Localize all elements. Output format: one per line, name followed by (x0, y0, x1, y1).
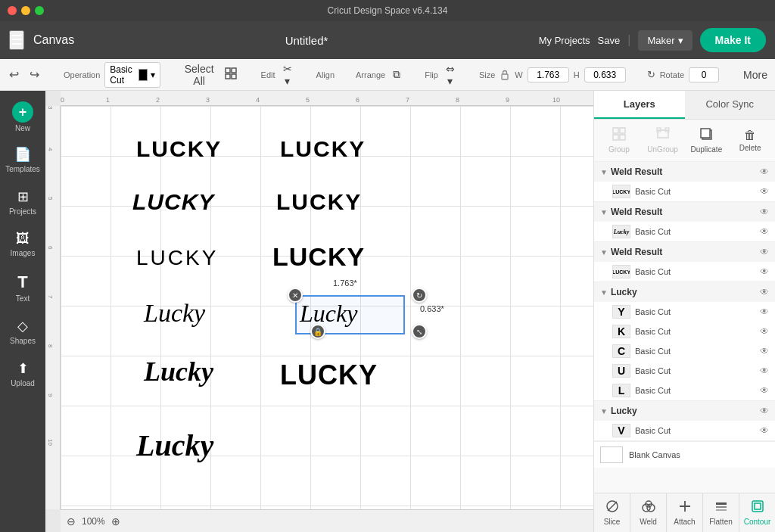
eye-icon-weld-3[interactable]: 👁 (760, 247, 769, 257)
sidebar-item-projects[interactable]: ⊞ Projects (0, 182, 45, 222)
lucky-group-label: Lucky (611, 287, 757, 297)
eye-icon-Y[interactable]: 👁 (760, 306, 769, 317)
canvas-label: Canvas (33, 33, 74, 47)
my-projects-button[interactable]: My Projects (539, 35, 590, 46)
canvas-grid[interactable]: LUCKY LUCKY LUCKY LUCKY LUCKY LUCKY Luck… (61, 106, 593, 509)
lucky-text-7[interactable]: LUCKY (280, 359, 378, 391)
maker-button[interactable]: Maker ▾ (638, 30, 692, 51)
sidebar-item-upload[interactable]: ⬆ Upload (0, 354, 45, 394)
eye-icon-weld-1[interactable]: 👁 (760, 166, 769, 177)
undo-button[interactable]: ↩ (6, 66, 22, 83)
layer-item-K[interactable]: K Basic Cut 👁 (594, 322, 775, 341)
left-sidebar: + New 📄 Templates ⊞ Projects 🖼 Images T … (0, 91, 45, 532)
layer-item-L[interactable]: L Basic Cut 👁 (594, 381, 775, 400)
lucky-script-3[interactable]: Lucky (136, 428, 213, 463)
layer-group-header-weld-1[interactable]: ▼ Weld Result 👁 (594, 162, 775, 182)
lucky-text-5[interactable]: LUCKY (136, 246, 218, 270)
lock-icon[interactable] (500, 70, 510, 80)
make-it-button[interactable]: Make It (700, 28, 766, 52)
layer-group-header-lucky-2[interactable]: ▼ Lucky 👁 (594, 401, 775, 421)
duplicate-button[interactable]: Duplicate (686, 124, 727, 157)
layer-group-header-weld-2[interactable]: ▼ Weld Result 👁 (594, 202, 775, 222)
maximize-button[interactable] (35, 6, 44, 15)
layer-group-header-lucky[interactable]: ▼ Lucky 👁 (594, 282, 775, 302)
lucky-text-6[interactable]: LUCKY (272, 242, 365, 272)
layer-item-C[interactable]: C Basic Cut 👁 (594, 341, 775, 361)
eye-icon-L[interactable]: 👁 (760, 385, 769, 396)
lucky-script-1[interactable]: Lucky (144, 299, 205, 328)
layer-thumb-weld-3: LUCKY (612, 265, 630, 278)
layer-group-header-weld-3[interactable]: ▼ Weld Result 👁 (594, 242, 775, 262)
delete-button[interactable]: 🗑 Delete (730, 126, 770, 155)
layer-item-weld-1[interactable]: LUCKY Basic Cut 👁 (594, 182, 775, 201)
flatten-button[interactable]: Flatten (703, 493, 739, 532)
lock-handle[interactable]: 🔒 (310, 324, 325, 339)
edit-button[interactable]: ✂ ▾ (280, 61, 295, 89)
lucky-text-1[interactable]: LUCKY (136, 136, 222, 162)
close-button[interactable] (8, 6, 17, 15)
selected-lucky-text[interactable]: Lucky (300, 300, 357, 328)
traffic-lights (8, 6, 44, 15)
eye-icon-K[interactable]: 👁 (760, 326, 769, 337)
sidebar-item-shapes[interactable]: ◇ Shapes (0, 312, 45, 351)
eye-icon-item-weld-1[interactable]: 👁 (760, 186, 769, 197)
lucky-script-2[interactable]: Lucky (144, 356, 213, 387)
canvas-area[interactable]: 0 1 2 3 4 5 6 7 8 9 10 3 4 5 6 7 8 9 10 … (45, 91, 593, 532)
select-all-button[interactable]: Select All (182, 61, 217, 89)
lucky-text-3[interactable]: LUCKY (132, 189, 214, 215)
layer-item-U[interactable]: U Basic Cut 👁 (594, 361, 775, 381)
rotate-handle[interactable]: ↻ (412, 288, 427, 303)
close-handle[interactable]: ✕ (288, 288, 303, 303)
rotate-input[interactable] (689, 67, 719, 82)
color-swatch[interactable] (139, 69, 147, 81)
tab-layers[interactable]: Layers (594, 91, 685, 119)
sidebar-item-new[interactable]: + New (0, 97, 45, 134)
sidebar-item-text[interactable]: T Text (0, 266, 45, 309)
ungroup-button[interactable]: UnGroup (643, 124, 683, 157)
flip-button[interactable]: ⇔ ▾ (443, 61, 458, 89)
blank-canvas-label: Blank Canvas (629, 450, 680, 459)
eye-icon-lucky[interactable]: 👁 (760, 287, 769, 297)
tab-color-sync[interactable]: Color Sync (685, 91, 776, 119)
layer-item-V[interactable]: V Basic Cut 👁 (594, 421, 775, 440)
layer-item-weld-3[interactable]: LUCKY Basic Cut 👁 (594, 262, 775, 282)
attach-button[interactable]: Attach (667, 493, 703, 532)
lucky-text-2[interactable]: LUCKY (280, 136, 366, 162)
sidebar-label-templates: Templates (5, 165, 40, 173)
eye-icon-item-weld-2[interactable]: 👁 (760, 226, 769, 237)
sidebar-item-templates[interactable]: 📄 Templates (0, 140, 45, 179)
select-all-icon-btn[interactable] (222, 66, 240, 83)
operation-select[interactable]: Basic Cut ▾ (104, 62, 160, 88)
layer-item-Y[interactable]: Y Basic Cut 👁 (594, 302, 775, 322)
lucky-text-4[interactable]: LUCKY (276, 189, 362, 215)
menu-button[interactable]: ☰ (9, 30, 24, 50)
eye-icon-item-weld-3[interactable]: 👁 (760, 266, 769, 277)
group-button[interactable]: Group (599, 124, 640, 157)
more-button[interactable]: More (740, 67, 770, 82)
eye-icon-lucky-2[interactable]: 👁 (760, 406, 769, 416)
panel-toolbar: Group UnGroup Duplicate 🗑 Delete (594, 120, 775, 162)
weld-button[interactable]: Weld (630, 493, 667, 532)
arrange-button[interactable]: ⧉ (390, 67, 403, 82)
blank-canvas-item[interactable]: Blank Canvas (594, 441, 775, 468)
height-input[interactable] (584, 67, 626, 82)
select-all-label: Select All (185, 63, 214, 87)
sidebar-item-images[interactable]: 🖼 Images (0, 225, 45, 263)
sidebar-label-images: Images (11, 249, 36, 257)
eye-icon-C[interactable]: 👁 (760, 346, 769, 356)
eye-icon-weld-2[interactable]: 👁 (760, 207, 769, 217)
eye-icon-U[interactable]: 👁 (760, 366, 769, 376)
save-button[interactable]: Save (598, 35, 621, 46)
contour-button[interactable]: Contour (739, 493, 775, 532)
scale-handle[interactable]: ⤡ (412, 324, 427, 339)
minimize-button[interactable] (21, 6, 30, 15)
width-input[interactable] (528, 67, 569, 82)
eye-icon-V[interactable]: 👁 (760, 425, 769, 436)
zoom-in-button[interactable]: ⊕ (111, 515, 120, 527)
layers-list[interactable]: ▼ Weld Result 👁 LUCKY Basic Cut 👁 ▼ Weld… (594, 162, 775, 493)
slice-button[interactable]: Slice (594, 493, 630, 532)
layer-item-weld-2[interactable]: Lucky Basic Cut 👁 (594, 222, 775, 241)
redo-button[interactable]: ↪ (26, 66, 42, 83)
select-all-icon (225, 67, 237, 79)
zoom-out-button[interactable]: ⊖ (67, 515, 76, 527)
